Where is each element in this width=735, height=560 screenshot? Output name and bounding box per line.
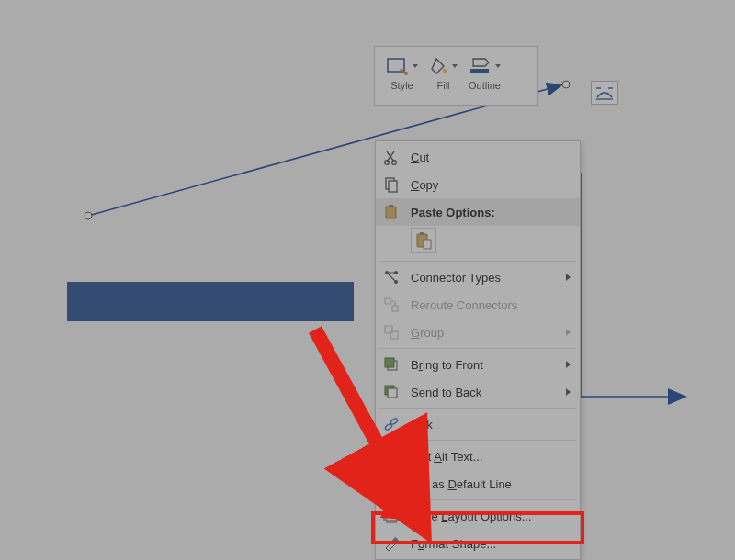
menu-connector-types-label: Connector Types xyxy=(411,271,557,285)
menu-more-layout-label: More Layout Options... xyxy=(411,510,571,523)
menu-separator xyxy=(379,440,576,441)
send-back-icon xyxy=(381,382,401,402)
menu-connector-types[interactable]: Connector Types xyxy=(376,263,580,291)
context-menu: Cut Copy Paste Options: Connector Types xyxy=(375,140,581,560)
svg-point-5 xyxy=(443,69,447,73)
svg-rect-18 xyxy=(424,240,431,249)
svg-rect-6 xyxy=(470,69,489,73)
menu-paste-options-header: Paste Options: xyxy=(376,198,580,226)
reroute-icon xyxy=(381,295,401,315)
style-label: Style xyxy=(390,80,413,91)
menu-paste-options-label: Paste Options: xyxy=(411,206,571,219)
svg-point-4 xyxy=(404,72,408,75)
chevron-down-icon xyxy=(413,64,418,68)
svg-rect-15 xyxy=(389,205,393,207)
menu-separator xyxy=(379,499,576,500)
svg-rect-27 xyxy=(385,358,394,367)
menu-bring-front-label: Bring to Front xyxy=(411,358,557,372)
layout-options-icon xyxy=(595,84,614,101)
menu-group-label: Group xyxy=(411,326,557,340)
menu-edit-alt-text[interactable]: Edit Alt Text... xyxy=(376,442,580,470)
svg-point-31 xyxy=(390,418,398,425)
menu-separator xyxy=(379,261,576,262)
outline-label: Outline xyxy=(469,80,501,91)
picture-icon xyxy=(381,446,401,466)
menu-separator xyxy=(379,348,576,349)
submenu-arrow-icon xyxy=(566,274,571,281)
mini-toolbar: Style Fill Outline xyxy=(374,46,538,106)
size-position-icon xyxy=(381,506,401,526)
svg-rect-24 xyxy=(385,326,392,333)
group-icon xyxy=(381,322,401,342)
horizontal-arrow-connector[interactable] xyxy=(0,0,735,560)
menu-bring-to-front[interactable]: Bring to Front xyxy=(376,351,580,378)
svg-rect-23 xyxy=(392,306,398,311)
copy-icon xyxy=(381,174,401,195)
layout-options-button[interactable] xyxy=(591,81,618,105)
paste-icon xyxy=(381,202,401,222)
menu-cut[interactable]: Cut xyxy=(376,143,580,171)
outline-icon xyxy=(469,56,492,76)
menu-cut-label: Cut xyxy=(411,151,571,164)
fill-dropdown[interactable]: Fill xyxy=(425,52,461,93)
menu-separator xyxy=(379,408,576,409)
paste-clipboard-icon xyxy=(414,231,433,250)
paste-option-button[interactable] xyxy=(411,228,436,253)
submenu-arrow-icon xyxy=(566,361,571,368)
menu-more-layout-options[interactable]: More Layout Options... xyxy=(376,502,580,530)
menu-reroute-connectors: Reroute Connectors xyxy=(376,291,580,319)
menu-link[interactable]: Link xyxy=(376,410,580,438)
menu-edit-alt-label: Edit Alt Text... xyxy=(411,450,571,464)
menu-copy-label: Copy xyxy=(411,178,571,192)
svg-rect-22 xyxy=(385,298,390,304)
fill-label: Fill xyxy=(436,80,449,91)
svg-rect-13 xyxy=(389,181,397,192)
format-shape-icon xyxy=(381,533,401,554)
svg-rect-17 xyxy=(420,232,424,235)
menu-send-back-label: Send to Back xyxy=(411,386,557,399)
style-dropdown[interactable]: Style xyxy=(382,52,422,93)
chevron-down-icon xyxy=(452,64,458,68)
fill-icon xyxy=(429,56,449,76)
style-icon xyxy=(386,56,410,76)
menu-send-to-back[interactable]: Send to Back xyxy=(376,378,580,406)
outline-dropdown[interactable]: Outline xyxy=(465,52,504,93)
menu-group: Group xyxy=(376,319,580,346)
svg-rect-29 xyxy=(388,388,397,398)
submenu-arrow-icon xyxy=(566,329,571,336)
connectors-icon xyxy=(381,267,401,287)
submenu-arrow-icon xyxy=(566,388,571,396)
chevron-down-icon xyxy=(495,64,501,68)
bring-front-icon xyxy=(381,354,401,375)
paste-options-row xyxy=(376,226,580,259)
svg-rect-14 xyxy=(386,207,396,218)
link-icon xyxy=(381,414,401,434)
menu-copy[interactable]: Copy xyxy=(376,171,580,198)
menu-format-shape-label: Format Shape... xyxy=(411,537,571,551)
menu-set-default-line[interactable]: Set as Default Line xyxy=(376,470,580,498)
svg-rect-33 xyxy=(386,512,397,521)
menu-format-shape[interactable]: Format Shape... xyxy=(376,530,580,557)
menu-reroute-label: Reroute Connectors xyxy=(411,298,571,312)
svg-rect-25 xyxy=(390,331,398,339)
blank-icon xyxy=(381,474,401,494)
menu-default-line-label: Set as Default Line xyxy=(411,477,571,491)
cut-icon xyxy=(381,147,401,167)
menu-link-label: Link xyxy=(411,418,571,431)
